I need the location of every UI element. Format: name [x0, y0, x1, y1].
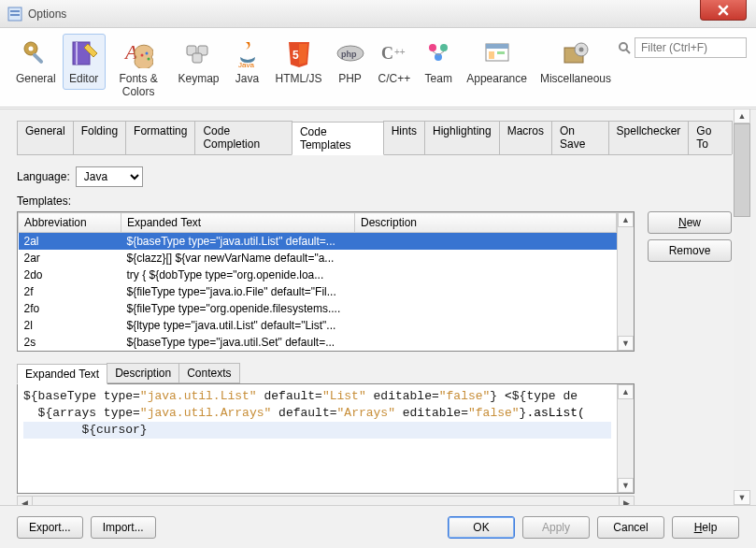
team-icon: [423, 38, 453, 68]
font-palette-icon: A: [123, 38, 153, 68]
tab-folding[interactable]: Folding: [73, 121, 126, 154]
svg-point-11: [146, 52, 149, 55]
cancel-button[interactable]: Cancel: [597, 516, 664, 539]
svg-point-26: [435, 53, 442, 61]
main-panel: General Folding Formatting Code Completi…: [0, 108, 756, 505]
svg-text:Java: Java: [238, 61, 254, 68]
help-button[interactable]: Help: [672, 516, 739, 539]
tab-go-to[interactable]: Go To: [688, 121, 733, 154]
language-select[interactable]: Java: [76, 166, 143, 187]
new-button[interactable]: New: [648, 211, 732, 234]
cat-label: PHP: [338, 72, 362, 85]
export-button[interactable]: Export...: [17, 516, 83, 539]
scroll-down-icon[interactable]: ▼: [618, 478, 634, 493]
svg-text:php: php: [341, 50, 357, 59]
cat-label: Team: [425, 72, 452, 85]
title-bar: Options: [0, 0, 756, 28]
svg-rect-15: [193, 53, 202, 63]
table-row[interactable]: 2al${baseType type="java.util.List" defa…: [19, 233, 617, 251]
category-toolbar: General Editor A Fonts & Colors Keymap J…: [0, 28, 756, 108]
svg-point-10: [141, 54, 144, 57]
close-button[interactable]: [700, 0, 747, 21]
search-icon: [618, 41, 631, 54]
cat-label: Appearance: [466, 72, 527, 85]
table-row[interactable]: 2ar${clazz}[] ${var newVarName default="…: [19, 250, 617, 267]
svg-point-34: [620, 43, 627, 50]
template-editor-wrap: ${baseType type="java.util.List" default…: [17, 383, 635, 494]
app-icon: [7, 7, 22, 22]
tab-contexts[interactable]: Contexts: [178, 363, 239, 383]
svg-point-24: [429, 44, 436, 51]
search-input[interactable]: [635, 37, 747, 58]
table-row[interactable]: 2l${ltype type="java.util.List" default=…: [19, 317, 617, 334]
tab-description[interactable]: Description: [107, 363, 179, 383]
tab-expanded-text[interactable]: Expanded Text: [17, 364, 107, 384]
language-label: Language:: [17, 170, 70, 183]
scroll-up-icon[interactable]: ▲: [618, 212, 634, 227]
cat-label: Java: [235, 72, 259, 85]
book-pencil-icon: [69, 38, 99, 68]
col-expanded-text[interactable]: Expanded Text: [121, 213, 355, 233]
tab-formatting[interactable]: Formatting: [125, 121, 195, 154]
col-abbreviation[interactable]: Abbreviation: [19, 213, 121, 233]
svg-rect-7: [76, 42, 78, 65]
cat-team[interactable]: Team: [417, 34, 460, 90]
table-row[interactable]: 2s${baseType type="java.util.Set" defaul…: [19, 334, 617, 351]
cat-fonts-colors[interactable]: A Fonts & Colors: [106, 34, 172, 103]
cat-label: Miscellaneous: [540, 72, 611, 85]
cat-htmljs[interactable]: 5 HTML/JS: [269, 34, 329, 90]
tab-highlighting[interactable]: Highlighting: [424, 121, 500, 154]
cat-label: Fonts & Colors: [112, 72, 165, 98]
cat-label: Keymap: [178, 72, 220, 85]
editor-subtabs: General Folding Formatting Code Completi…: [17, 121, 732, 155]
templates-table-wrap: Abbreviation Expanded Text Description 2…: [17, 211, 635, 352]
table-row[interactable]: 2dotry { ${dobType type="org.openide.loa…: [19, 267, 617, 283]
tab-on-save[interactable]: On Save: [551, 121, 609, 154]
col-description[interactable]: Description: [355, 213, 617, 233]
table-scrollbar[interactable]: ▲ ▼: [617, 212, 634, 351]
cat-editor[interactable]: Editor: [63, 34, 106, 90]
scroll-up-icon[interactable]: ▲: [618, 384, 634, 399]
svg-rect-1: [10, 10, 20, 12]
cat-misc[interactable]: Miscellaneous: [534, 34, 618, 90]
panel-scrollbar[interactable]: ▲ ▼: [734, 108, 750, 505]
tab-macros[interactable]: Macros: [499, 121, 552, 154]
svg-rect-28: [486, 44, 508, 49]
search-box: [618, 34, 747, 58]
svg-rect-2: [10, 14, 20, 16]
scroll-down-icon[interactable]: ▼: [734, 490, 750, 505]
table-row[interactable]: 2fo${fileType type="org.openide.filesyst…: [19, 300, 617, 317]
cat-java[interactable]: Java Java: [226, 34, 269, 90]
editor-scrollbar[interactable]: ▲ ▼: [617, 384, 634, 493]
cat-label: C/C++: [378, 72, 411, 85]
templates-label: Templates:: [17, 195, 732, 208]
table-row[interactable]: 2f${fileType type="java.io.File" default…: [19, 283, 617, 300]
ok-button[interactable]: OK: [448, 516, 515, 539]
scroll-down-icon[interactable]: ▼: [618, 336, 634, 351]
template-editor[interactable]: ${baseType type="java.util.List" default…: [18, 384, 617, 493]
svg-line-35: [626, 50, 630, 53]
cpp-icon: C++: [379, 38, 409, 68]
tab-hints[interactable]: Hints: [383, 121, 425, 154]
tab-code-templates[interactable]: Code Templates: [292, 122, 384, 155]
svg-rect-30: [497, 51, 505, 54]
tab-code-completion[interactable]: Code Completion: [194, 121, 292, 154]
svg-text:++: ++: [394, 47, 406, 57]
templates-table[interactable]: Abbreviation Expanded Text Description 2…: [18, 212, 617, 351]
cat-label: HTML/JS: [276, 72, 322, 85]
window-title: Options: [28, 7, 756, 21]
svg-text:5: 5: [292, 49, 299, 62]
tab-spellchecker[interactable]: Spellchecker: [608, 121, 690, 154]
cat-keymap[interactable]: Keymap: [172, 34, 226, 90]
java-icon: Java: [233, 38, 263, 68]
cat-general[interactable]: General: [9, 34, 63, 90]
remove-button[interactable]: Remove: [648, 239, 732, 262]
cat-label: General: [16, 72, 56, 85]
tab-general[interactable]: General: [17, 121, 74, 154]
cat-ccpp[interactable]: C++ C/C++: [372, 34, 418, 90]
import-button[interactable]: Import...: [91, 516, 156, 539]
cat-appearance[interactable]: Appearance: [460, 34, 534, 90]
scroll-up-icon[interactable]: ▲: [734, 108, 750, 123]
misc-gear-icon: [561, 38, 591, 68]
cat-php[interactable]: php PHP: [329, 34, 372, 90]
